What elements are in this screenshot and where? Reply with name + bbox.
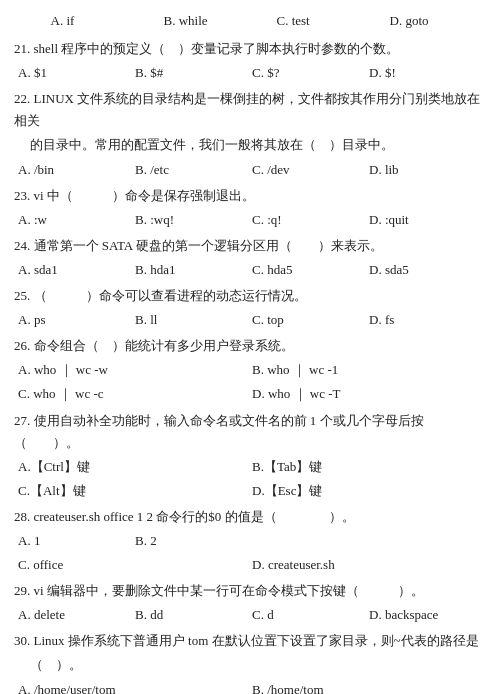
option-24-b: B. hda1 (135, 259, 252, 281)
option-30-b: B. /home/tom (252, 679, 486, 694)
option-24-c: C. hda5 (252, 259, 369, 281)
question-22-options: A. /bin B. /etc C. /dev D. lib (14, 159, 486, 181)
header-option-d: D. goto (390, 10, 470, 32)
option-29-b: B. dd (135, 604, 252, 626)
option-30-a: A. /home/user/tom (18, 679, 252, 694)
option-28-d: D. createuser.sh (252, 554, 486, 576)
question-30: 30. Linux 操作系统下普通用户 tom 在默认位置下设置了家目录，则~代… (14, 630, 486, 694)
question-22: 22. LINUX 文件系统的目录结构是一棵倒挂的树，文件都按其作用分门别类地放… (14, 88, 486, 180)
question-30-options-row1: A. /home/user/tom B. /home/tom (14, 679, 486, 694)
question-30-subtext: （ ）。 (14, 654, 486, 676)
option-22-b: B. /etc (135, 159, 252, 181)
question-26-text: 26. 命令组合（ ）能统计有多少用户登录系统。 (14, 335, 486, 357)
option-26-d: D. who ｜ wc -T (252, 383, 486, 405)
option-27-c: C.【Alt】键 (18, 480, 252, 502)
option-27-d: D.【Esc】键 (252, 480, 486, 502)
option-27-b: B.【Tab】键 (252, 456, 486, 478)
option-25-c: C. top (252, 309, 369, 331)
option-26-b: B. who ｜ wc -1 (252, 359, 486, 381)
option-26-c: C. who ｜ wc -c (18, 383, 252, 405)
question-26-options-row2: C. who ｜ wc -c D. who ｜ wc -T (14, 383, 486, 405)
option-21-a: A. $1 (18, 62, 135, 84)
option-22-c: C. /dev (252, 159, 369, 181)
question-30-text: 30. Linux 操作系统下普通用户 tom 在默认位置下设置了家目录，则~代… (14, 630, 486, 652)
option-21-c: C. $? (252, 62, 369, 84)
option-24-d: D. sda5 (369, 259, 486, 281)
option-28-a: A. 1 (18, 530, 135, 552)
option-22-a: A. /bin (18, 159, 135, 181)
question-28: 28. createuser.sh office 1 2 命令行的$0 的值是（… (14, 506, 486, 576)
option-21-b: B. $# (135, 62, 252, 84)
question-24-text: 24. 通常第一个 SATA 硬盘的第一个逻辑分区用（ ）来表示。 (14, 235, 486, 257)
question-25-text: 25. （ ）命令可以查看进程的动态运行情况。 (14, 285, 486, 307)
option-21-d: D. $! (369, 62, 486, 84)
question-22-subtext: 的目录中。常用的配置文件，我们一般将其放在（ ）目录中。 (14, 134, 486, 156)
question-25-options: A. ps B. ll C. top D. fs (14, 309, 486, 331)
question-21-text: 21. shell 程序中的预定义（ ）变量记录了脚本执行时参数的个数。 (14, 38, 486, 60)
header-options-row: A. if B. while C. test D. goto (14, 10, 486, 32)
question-24: 24. 通常第一个 SATA 硬盘的第一个逻辑分区用（ ）来表示。 A. sda… (14, 235, 486, 281)
question-28-options-row2: C. office D. createuser.sh (14, 554, 486, 576)
option-25-d: D. fs (369, 309, 486, 331)
option-23-c: C. :q! (252, 209, 369, 231)
header-option-b: B. while (164, 10, 244, 32)
option-28-b: B. 2 (135, 530, 252, 552)
option-28-c: C. office (18, 554, 252, 576)
question-21-options: A. $1 B. $# C. $? D. $! (14, 62, 486, 84)
question-27-options-row1: A.【Ctrl】键 B.【Tab】键 (14, 456, 486, 478)
option-29-c: C. d (252, 604, 369, 626)
option-23-d: D. :quit (369, 209, 486, 231)
question-26: 26. 命令组合（ ）能统计有多少用户登录系统。 A. who ｜ wc -w … (14, 335, 486, 405)
question-23: 23. vi 中（ ）命令是保存强制退出。 A. :w B. :wq! C. :… (14, 185, 486, 231)
option-25-a: A. ps (18, 309, 135, 331)
question-29: 29. vi 编辑器中，要删除文件中某一行可在命令模式下按键（ ）。 A. de… (14, 580, 486, 626)
option-25-b: B. ll (135, 309, 252, 331)
header-option-a: A. if (51, 10, 131, 32)
question-28-text: 28. createuser.sh office 1 2 命令行的$0 的值是（… (14, 506, 486, 528)
option-27-a: A.【Ctrl】键 (18, 456, 252, 478)
question-27-options-row2: C.【Alt】键 D.【Esc】键 (14, 480, 486, 502)
option-26-a: A. who ｜ wc -w (18, 359, 252, 381)
question-28-options-row1: A. 1 B. 2 (14, 530, 486, 552)
option-23-b: B. :wq! (135, 209, 252, 231)
option-23-a: A. :w (18, 209, 135, 231)
question-23-text: 23. vi 中（ ）命令是保存强制退出。 (14, 185, 486, 207)
question-29-text: 29. vi 编辑器中，要删除文件中某一行可在命令模式下按键（ ）。 (14, 580, 486, 602)
option-29-a: A. delete (18, 604, 135, 626)
option-24-a: A. sda1 (18, 259, 135, 281)
question-23-options: A. :w B. :wq! C. :q! D. :quit (14, 209, 486, 231)
question-25: 25. （ ）命令可以查看进程的动态运行情况。 A. ps B. ll C. t… (14, 285, 486, 331)
option-22-d: D. lib (369, 159, 486, 181)
option-29-d: D. backspace (369, 604, 486, 626)
question-27-text: 27. 使用自动补全功能时，输入命令名或文件名的前 1 个或几个字母后按（ ）。 (14, 410, 486, 454)
question-29-options: A. delete B. dd C. d D. backspace (14, 604, 486, 626)
question-24-options: A. sda1 B. hda1 C. hda5 D. sda5 (14, 259, 486, 281)
question-27: 27. 使用自动补全功能时，输入命令名或文件名的前 1 个或几个字母后按（ ）。… (14, 410, 486, 502)
question-21: 21. shell 程序中的预定义（ ）变量记录了脚本执行时参数的个数。 A. … (14, 38, 486, 84)
question-26-options-row1: A. who ｜ wc -w B. who ｜ wc -1 (14, 359, 486, 381)
header-option-c: C. test (277, 10, 357, 32)
question-22-text: 22. LINUX 文件系统的目录结构是一棵倒挂的树，文件都按其作用分门别类地放… (14, 88, 486, 132)
